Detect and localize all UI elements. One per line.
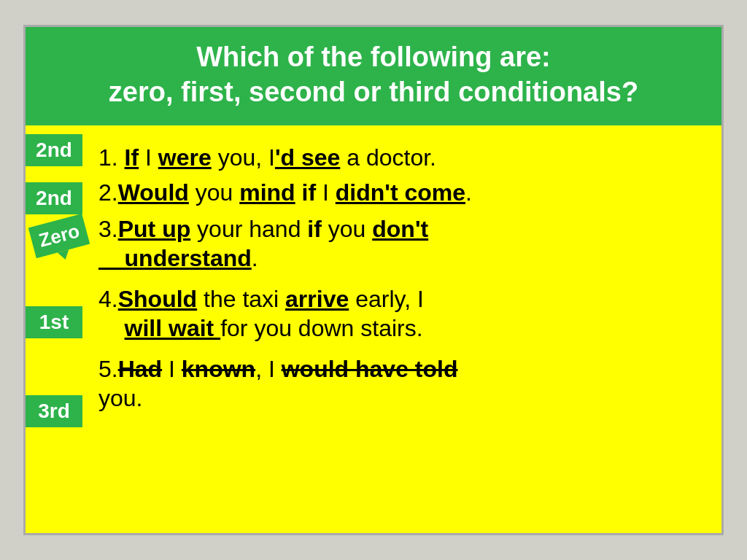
- badge-zero: Zero: [28, 214, 90, 258]
- badge-2nd-first: 2nd: [26, 134, 82, 166]
- list-item-4: 4.Should the taxi arrive early, I will w…: [98, 274, 707, 343]
- list-item-1: 1. If I were you, I'd see a doctor.: [98, 133, 707, 172]
- badge-3rd: 3rd: [26, 395, 82, 427]
- list-item-3: 3.Put up your hand if you don't understa…: [98, 209, 707, 273]
- list-item-2: 2.Would you mind if I didn't come.: [98, 174, 707, 207]
- list-item-5: 5.Had I known, I would have told you.: [98, 344, 707, 413]
- header-line1: Which of the following are:: [40, 40, 707, 75]
- slide: Which of the following are: zero, first,…: [23, 25, 724, 535]
- slide-body: 2nd 2nd Zero 1st 3rd 1. If I were you, I…: [26, 125, 721, 533]
- slide-header: Which of the following are: zero, first,…: [26, 27, 721, 125]
- badge-2nd-second: 2nd: [26, 182, 82, 214]
- header-line2: zero, first, second or third conditional…: [40, 75, 707, 110]
- badge-1st: 1st: [26, 306, 82, 338]
